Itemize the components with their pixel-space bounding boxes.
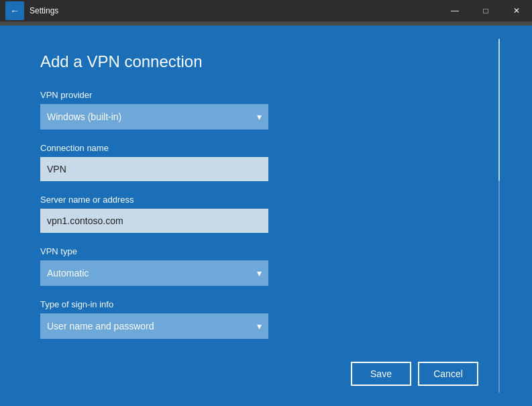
cancel-button[interactable]: Cancel [418, 362, 478, 386]
server-name-group: Server name or address [40, 195, 492, 233]
signin-type-select-wrapper: User name and password Certificate Smart… [40, 313, 268, 339]
vpn-provider-label: VPN provider [40, 90, 492, 100]
main-content: Add a VPN connection VPN provider Window… [0, 26, 532, 406]
maximize-button[interactable]: □ [470, 0, 501, 21]
vpn-type-label: VPN type [40, 246, 492, 256]
back-arrow-icon: ← [10, 5, 19, 16]
vpn-provider-select[interactable]: Windows (built-in) [40, 104, 268, 130]
window-title: Settings [30, 6, 58, 15]
signin-type-select[interactable]: User name and password Certificate Smart… [40, 313, 268, 339]
save-button[interactable]: Save [351, 362, 411, 386]
vpn-provider-select-wrapper: Windows (built-in) [40, 104, 268, 130]
back-button[interactable]: ← [5, 1, 24, 20]
connection-name-label: Connection name [40, 143, 492, 153]
window-controls: — □ ✕ [439, 0, 532, 21]
minimize-button[interactable]: — [439, 0, 470, 21]
vpn-provider-group: VPN provider Windows (built-in) [40, 90, 492, 130]
signin-type-label: Type of sign-in info [40, 299, 492, 309]
scrollbar-track [498, 39, 500, 393]
signin-type-group: Type of sign-in info User name and passw… [40, 299, 492, 339]
server-name-label: Server name or address [40, 195, 492, 205]
form-area: Add a VPN connection VPN provider Window… [0, 26, 532, 406]
title-bar-left: ← Settings [5, 1, 58, 20]
connection-name-group: Connection name [40, 143, 492, 181]
vpn-type-select[interactable]: Automatic PPTP L2TP/IPsec SSTP IKEv2 [40, 260, 268, 286]
scrollbar-thumb [498, 39, 500, 181]
vpn-type-group: VPN type Automatic PPTP L2TP/IPsec SSTP … [40, 246, 492, 286]
page-title: Add a VPN connection [40, 52, 492, 71]
close-button[interactable]: ✕ [501, 0, 532, 21]
title-bar: ← Settings — □ ✕ [0, 0, 532, 21]
vpn-type-select-wrapper: Automatic PPTP L2TP/IPsec SSTP IKEv2 [40, 260, 268, 286]
connection-name-input[interactable] [40, 157, 268, 181]
server-name-input[interactable] [40, 209, 268, 233]
bottom-buttons: Save Cancel [351, 362, 478, 386]
